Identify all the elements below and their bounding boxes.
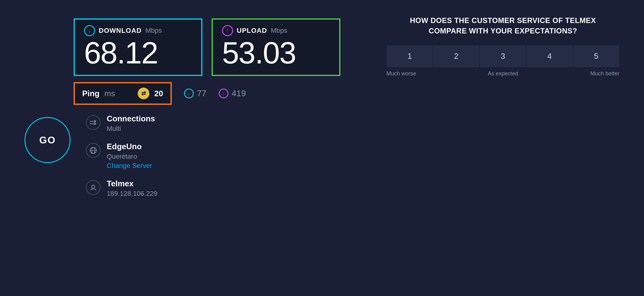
upload-icon: ↑ [222,25,233,36]
rating-1[interactable]: 1 [386,45,433,67]
rating-label-better: Much better [550,70,619,77]
server-item: EdgeUno Querétaro Change Server [86,142,157,170]
survey-question: HOW DOES THE CUSTOMER SERVICE OF TELMEX … [386,15,619,36]
upload-value: 53.03 [222,37,330,68]
mini-download-icon: ↓ [184,89,194,98]
mini-upload-value: 419 [232,89,246,98]
globe-icon [86,143,101,158]
rating-4[interactable]: 4 [526,45,573,67]
rating-5[interactable]: 5 [573,45,619,67]
info-row: GO Connections M [25,114,157,198]
left-panel: ↓ DOWNLOAD Mbps 68.12 ↑ UPLOAD Mbps 53.0… [25,12,368,198]
speed-row: ↓ DOWNLOAD Mbps 68.12 ↑ UPLOAD Mbps 53.0… [74,18,340,76]
mini-download-stat: ↓ 77 [184,89,206,98]
rating-2[interactable]: 2 [433,45,480,67]
download-header: ↓ DOWNLOAD Mbps [84,25,192,36]
go-button[interactable]: GO [25,117,71,163]
download-box: ↓ DOWNLOAD Mbps 68.12 [74,18,202,76]
rating-label-worse: Much worse [386,70,456,77]
mini-download-value: 77 [197,89,206,98]
server-text: EdgeUno Querétaro Change Server [107,142,152,170]
connections-title: Connections [107,114,155,123]
upload-box: ↑ UPLOAD Mbps 53.03 [212,18,340,76]
server-location: Querétaro [107,153,152,161]
main-container: ↓ DOWNLOAD Mbps 68.12 ↑ UPLOAD Mbps 53.0… [0,0,644,296]
isp-text: Telmex 189.128.106.229 [107,179,157,198]
isp-item: Telmex 189.128.106.229 [86,179,157,198]
ping-label: Ping [82,89,99,98]
rating-label-expected: As expected [456,70,550,77]
server-title: EdgeUno [107,142,152,151]
ping-value: 20 [154,89,163,98]
ping-unit: ms [104,89,115,98]
change-server-link[interactable]: Change Server [107,162,152,170]
mini-upload-stat: ↑ 419 [219,89,246,98]
isp-ip: 189.128.106.229 [107,190,157,198]
upload-header: ↑ UPLOAD Mbps [222,25,330,36]
connections-text: Connections Multi [107,114,155,133]
download-unit: Mbps [145,27,162,35]
download-icon: ↓ [84,25,95,36]
rating-numbers-row: 1 2 3 4 5 [386,45,619,67]
connections-subtitle: Multi [107,125,155,133]
svg-point-5 [92,185,95,188]
rating-3[interactable]: 3 [480,45,526,67]
server-info: Connections Multi EdgeUno [86,114,157,198]
isp-title: Telmex [107,179,157,188]
right-panel: HOW DOES THE CUSTOMER SERVICE OF TELMEX … [386,12,619,77]
upload-label: UPLOAD [237,27,267,35]
ping-box: Ping ms ⇄ 20 [74,82,172,105]
rating-labels-row: Much worse As expected Much better [386,70,619,77]
rating-grid: 1 2 3 4 5 Much worse As expected Much be… [386,45,619,77]
connections-item: Connections Multi [86,114,157,133]
ping-swap-icon: ⇄ [138,88,149,99]
download-label: DOWNLOAD [99,27,142,35]
connections-icon [86,115,101,130]
upload-unit: Mbps [271,27,287,35]
download-value: 68.12 [84,37,192,68]
mini-upload-icon: ↑ [219,89,228,98]
user-icon [86,180,101,195]
